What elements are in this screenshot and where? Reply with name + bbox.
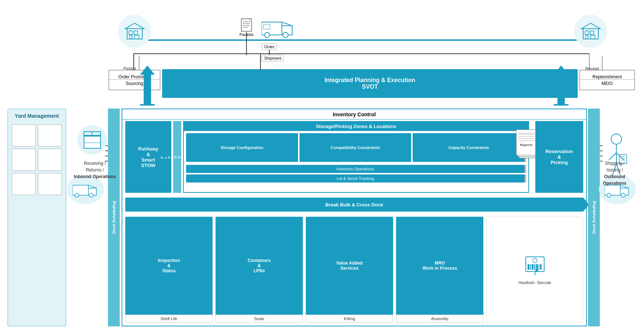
- containers-box: Containers&LPNs: [216, 217, 303, 315]
- containers-label: Containers&LPNs: [248, 258, 271, 273]
- mro-box-container: MROWork in Process Assembly: [396, 217, 483, 323]
- inventory-ops-row: Inventory Operations: [186, 165, 526, 173]
- svg-marker-7: [581, 23, 600, 29]
- svg-rect-4: [130, 35, 132, 39]
- shipment-label: Shipment: [262, 55, 284, 61]
- inspection-box-container: Inspection&Status Shelf Life: [125, 217, 213, 323]
- main-inner-border: Inventory Control PutAway&SmartSTOW PLAN…: [122, 109, 587, 326]
- flow-arrow-line: [131, 39, 587, 41]
- truck-top-icon: [262, 17, 295, 40]
- storage-zones-header: Storage/Picking Zones & Locations: [184, 122, 528, 131]
- receipt-area: Receipt: [585, 56, 602, 71]
- yard-slot-5: [12, 173, 36, 195]
- dock-scheduling-left: Dock Scheduling: [108, 109, 120, 326]
- svg-point-58: [607, 193, 611, 197]
- seals-sub: Seals: [216, 315, 303, 323]
- warehouse-left-icon: [125, 21, 145, 42]
- svg-marker-0: [125, 23, 144, 29]
- svg-rect-13: [241, 19, 252, 31]
- warehouse-right-icon: [581, 21, 601, 42]
- svg-point-35: [533, 258, 537, 263]
- svg-rect-40: [536, 264, 538, 270]
- zone-cards-row: Storage Configuration Compatibility Cons…: [184, 131, 528, 164]
- receiving-label: Receiving /Returns /Inbound Operations: [74, 161, 116, 179]
- svg-rect-42: [540, 264, 542, 270]
- break-bulk-label: Break Bulk & Cross Dock: [325, 202, 383, 208]
- warehouse-left: [118, 15, 151, 48]
- bottom-boxes-row: Inspection&Status Shelf Life Containers&…: [125, 217, 583, 323]
- value-added-container: Value AddedServices Kitting: [306, 217, 393, 323]
- svg-rect-11: [586, 35, 588, 39]
- svg-rect-3: [134, 31, 138, 35]
- svg-rect-41: [539, 264, 539, 270]
- storage-zones-box: Storage/Picking Zones & Locations Storag…: [183, 121, 529, 193]
- svg-rect-37: [530, 264, 531, 270]
- warehouse-right: [574, 15, 607, 48]
- banner-line1: Integrated Planning & Execution: [325, 77, 415, 84]
- diagram-container: Packlist Order Shipment Picklist Receipt…: [0, 0, 644, 333]
- receiving-text: Receiving /Returns /Inbound Operations: [74, 160, 116, 180]
- yard-slot-3: [12, 149, 36, 171]
- yard-slot-1: [12, 124, 36, 146]
- replenishment-box: Replenishment MEIO: [580, 70, 635, 90]
- svg-rect-38: [532, 264, 533, 270]
- yard-slot-6: [38, 173, 62, 195]
- yard-management-panel: Yard Management: [7, 109, 66, 326]
- svg-rect-10: [590, 31, 594, 35]
- svg-rect-36: [528, 264, 529, 270]
- svg-point-23: [283, 32, 288, 38]
- reservation-label: Reservation&Picking: [546, 149, 573, 165]
- handheld-box: Handheld - Barcode: [486, 217, 583, 323]
- connector-receipt: [589, 53, 590, 70]
- break-bulk-row: Break Bulk & Cross Dock: [125, 198, 583, 212]
- handheld-label: Handheld - Barcode: [518, 281, 551, 285]
- storage-config-card: Storage Configuration: [186, 133, 298, 162]
- shipment-area: Shipment: [262, 54, 284, 61]
- reservation-box: Reservation&Picking: [535, 121, 583, 193]
- svg-rect-2: [129, 31, 133, 35]
- svg-point-29: [89, 193, 93, 197]
- svg-rect-12: [591, 35, 595, 39]
- svg-point-44: [535, 269, 538, 272]
- svg-rect-9: [585, 31, 589, 35]
- inventory-control-header: Inventory Control: [122, 109, 586, 120]
- dock-scheduling-left-label: Dock Scheduling: [112, 201, 116, 234]
- up-arrow-left: [140, 65, 155, 106]
- svg-point-59: [621, 193, 625, 197]
- svg-rect-5: [134, 35, 139, 39]
- connector-packlist: [246, 32, 247, 55]
- order-label: Order: [262, 43, 277, 50]
- svg-marker-27: [88, 185, 97, 188]
- connector-shipment: [260, 53, 261, 70]
- dock-ticks-left: [105, 145, 108, 162]
- svg-rect-39: [534, 264, 535, 270]
- truck-svg: [262, 17, 295, 39]
- picklist-area: Picklist: [123, 56, 139, 71]
- capacity-card: Capacity Constraints: [413, 133, 526, 162]
- yard-slots: [8, 121, 66, 199]
- inspection-label: Inspection&Status: [158, 258, 180, 273]
- yard-slot-2: [38, 124, 62, 146]
- mro-box: MROWork in Process: [396, 217, 483, 315]
- shelf-life-sub: Shelf Life: [125, 315, 213, 323]
- svg-rect-30: [84, 135, 101, 148]
- svg-point-28: [75, 193, 79, 197]
- svg-point-22: [265, 32, 270, 38]
- mro-label: MROWork in Process: [423, 261, 457, 271]
- meio-label: MEIO: [602, 81, 613, 86]
- svg-rect-19: [262, 22, 282, 35]
- truck-left-icon: [73, 180, 98, 199]
- dock-scheduling-right-label: Dock Scheduling: [592, 201, 596, 234]
- horizontal-connector: [133, 53, 589, 54]
- assembly-sub: Assembly: [396, 315, 483, 323]
- yard-management-title: Yard Management: [8, 109, 66, 121]
- planograph-strip: PLANOGRAPh: [173, 121, 181, 193]
- svg-marker-21: [282, 22, 292, 26]
- value-added-box: Value AddedServices: [306, 217, 393, 315]
- banner-line2: SVOT: [362, 84, 378, 90]
- dock-scheduling-right: Dock Scheduling: [588, 109, 600, 326]
- replenishment-label: Replenishment: [592, 74, 622, 79]
- shipping-label: Shipping /Issuing /OutboundOperations: [603, 161, 626, 186]
- inspection-box: Inspection&Status: [125, 217, 213, 315]
- package-icon-circle: [77, 125, 107, 155]
